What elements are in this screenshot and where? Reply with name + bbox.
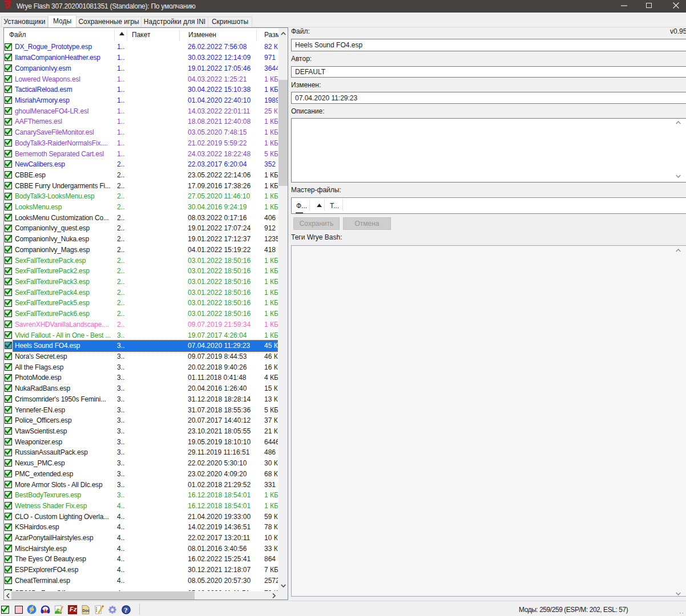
svg-text:?: ? [124,606,128,614]
svg-text:Doc: Doc [83,609,90,613]
